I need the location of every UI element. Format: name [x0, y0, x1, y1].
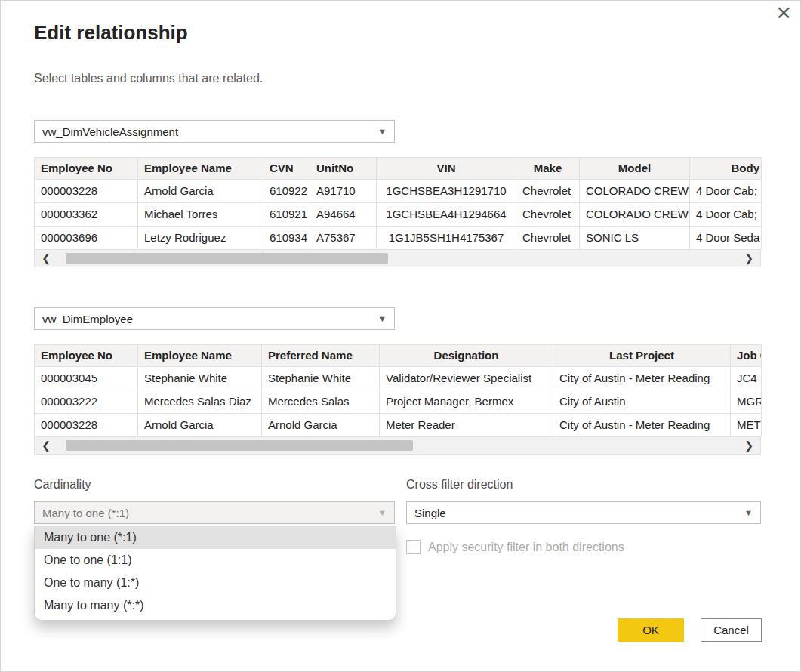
column-header[interactable]: Employee Name — [138, 345, 262, 367]
chevron-right-icon: ❯ — [744, 252, 753, 264]
horizontal-scrollbar[interactable]: ❮ ❯ — [34, 250, 761, 267]
scroll-right-button[interactable]: ❯ — [738, 439, 760, 452]
cell[interactable]: Mercedes Salas — [262, 390, 380, 414]
cell[interactable]: City of Austin — [553, 390, 731, 414]
cell[interactable]: 610921 — [263, 203, 310, 227]
cell[interactable]: JC4 — [731, 367, 762, 390]
employee-table-selector-value: vw_DimEmployee — [42, 313, 133, 325]
cell[interactable]: 000003228 — [35, 414, 138, 437]
cell[interactable]: 610922 — [263, 180, 310, 203]
table-row[interactable]: 000003228 Arnold Garcia Arnold Garcia Me… — [35, 414, 762, 437]
dialog-subtitle: Select tables and columns that are relat… — [34, 72, 263, 85]
employee-table: Employee No Employee Name Preferred Name… — [34, 344, 762, 437]
ok-button[interactable]: OK — [618, 618, 684, 642]
cell[interactable]: 1G1JB5SH1H4175367 — [377, 227, 516, 250]
column-header[interactable]: Employee No — [35, 158, 138, 180]
cell[interactable]: Arnold Garcia — [138, 180, 263, 203]
column-header[interactable]: Last Project — [553, 345, 731, 367]
scroll-left-button[interactable]: ❮ — [35, 439, 57, 452]
table-row[interactable]: 000003696 Letzy Rodriguez 610934 A75367 … — [35, 227, 762, 250]
cell[interactable]: 610934 — [263, 227, 310, 250]
vehicle-table: Employee No Employee Name CVN UnitNo VIN… — [34, 157, 762, 250]
cell[interactable]: COLORADO CREW — [580, 203, 690, 227]
scroll-right-button[interactable]: ❯ — [738, 252, 760, 264]
cell[interactable]: 4 Door Cab; — [690, 180, 762, 203]
table-row[interactable]: 000003222 Mercedes Salas Diaz Mercedes S… — [35, 390, 762, 414]
cell[interactable]: 1GCHSBEA3H1291710 — [377, 180, 516, 203]
cell[interactable]: City of Austin - Meter Reading — [553, 414, 731, 437]
edit-relationship-dialog: × Edit relationship Select tables and co… — [0, 0, 801, 672]
column-header[interactable]: Make — [516, 158, 580, 180]
cell[interactable]: A91710 — [310, 180, 377, 203]
cell[interactable]: SONIC LS — [580, 227, 690, 250]
cell[interactable]: Letzy Rodriguez — [138, 227, 263, 250]
column-header[interactable]: CVN — [263, 158, 310, 180]
column-header[interactable]: Preferred Name — [262, 345, 380, 367]
dropdown-option-many-to-one[interactable]: Many to one (*:1) — [35, 526, 396, 549]
vehicle-table-selector[interactable]: vw_DimVehicleAssignment ▼ — [34, 120, 395, 143]
cardinality-value: Many to one (*:1) — [42, 507, 129, 519]
cell[interactable]: Validator/Reviewer Specialist — [380, 367, 553, 390]
column-header[interactable]: Model — [580, 158, 690, 180]
cell[interactable]: Project Manager, Bermex — [380, 390, 553, 414]
column-header[interactable]: UnitNo — [310, 158, 377, 180]
cross-filter-dropdown[interactable]: Single ▼ — [406, 501, 761, 524]
cell[interactable]: 1GCHSBEA4H1294664 — [377, 203, 516, 227]
cross-filter-value: Single — [414, 507, 446, 519]
column-header[interactable]: Job C — [731, 345, 762, 367]
column-header[interactable]: Employee Name — [138, 158, 263, 180]
cell[interactable]: Stephanie White — [138, 367, 262, 390]
cell[interactable]: Chevrolet — [516, 203, 580, 227]
cardinality-dropdown[interactable]: Many to one (*:1) ▼ — [34, 501, 395, 524]
chevron-left-icon: ❮ — [42, 439, 51, 452]
scrollbar-thumb[interactable] — [66, 440, 413, 451]
chevron-left-icon: ❮ — [42, 252, 51, 264]
cross-filter-label: Cross filter direction — [406, 478, 513, 492]
table-row[interactable]: 000003362 Michael Torres 610921 A94664 1… — [35, 203, 762, 227]
cell[interactable]: 4 Door Cab; — [690, 203, 762, 227]
cell[interactable]: Michael Torres — [138, 203, 263, 227]
scrollbar-thumb[interactable] — [66, 253, 388, 264]
column-header[interactable]: VIN — [377, 158, 516, 180]
table-header-row: Employee No Employee Name Preferred Name… — [35, 345, 762, 367]
scrollbar-track[interactable] — [57, 250, 738, 267]
dropdown-option-many-to-many[interactable]: Many to many (*:*) — [35, 594, 396, 617]
cell[interactable]: Arnold Garcia — [138, 414, 262, 437]
cell[interactable]: 000003696 — [35, 227, 138, 250]
cell[interactable]: 000003222 — [35, 390, 138, 414]
cell[interactable]: Mercedes Salas Diaz — [138, 390, 262, 414]
employee-table-selector[interactable]: vw_DimEmployee ▼ — [34, 307, 395, 330]
table-row[interactable]: 000003228 Arnold Garcia 610922 A91710 1G… — [35, 180, 762, 203]
scrollbar-track[interactable] — [57, 437, 738, 454]
table-row[interactable]: 000003045 Stephanie White Stephanie Whit… — [35, 367, 762, 390]
cell[interactable]: A94664 — [310, 203, 377, 227]
cardinality-dropdown-list: Many to one (*:1) One to one (1:1) One t… — [34, 526, 396, 621]
cell[interactable]: METI — [731, 414, 762, 437]
chevron-down-icon: ▼ — [378, 508, 387, 517]
cell[interactable]: 000003045 — [35, 367, 138, 390]
cell[interactable]: Chevrolet — [516, 227, 580, 250]
cell[interactable]: 000003362 — [35, 203, 138, 227]
dropdown-option-one-to-many[interactable]: One to many (1:*) — [35, 572, 396, 594]
cell[interactable]: Stephanie White — [262, 367, 380, 390]
cell[interactable]: Meter Reader — [380, 414, 553, 437]
horizontal-scrollbar[interactable]: ❮ ❯ — [34, 437, 761, 455]
table-header-row: Employee No Employee Name CVN UnitNo VIN… — [35, 158, 762, 180]
close-icon[interactable]: × — [776, 0, 791, 25]
cell[interactable]: A75367 — [310, 227, 377, 250]
column-header[interactable]: Employee No — [35, 345, 138, 367]
cell[interactable]: COLORADO CREW — [580, 180, 690, 203]
column-header[interactable]: Body — [690, 158, 762, 180]
cell[interactable]: Chevrolet — [516, 180, 580, 203]
dropdown-option-one-to-one[interactable]: One to one (1:1) — [35, 549, 396, 572]
scroll-left-button[interactable]: ❮ — [35, 252, 57, 264]
cell[interactable]: 000003228 — [35, 180, 138, 203]
page-title: Edit relationship — [34, 21, 188, 45]
security-filter-checkbox[interactable] — [406, 540, 421, 554]
column-header[interactable]: Designation — [380, 345, 553, 367]
cancel-button[interactable]: Cancel — [701, 618, 762, 642]
cell[interactable]: Arnold Garcia — [262, 414, 380, 437]
cell[interactable]: MGR — [731, 390, 762, 414]
cell[interactable]: City of Austin - Meter Reading — [553, 367, 731, 390]
cell[interactable]: 4 Door Seda — [690, 227, 762, 250]
